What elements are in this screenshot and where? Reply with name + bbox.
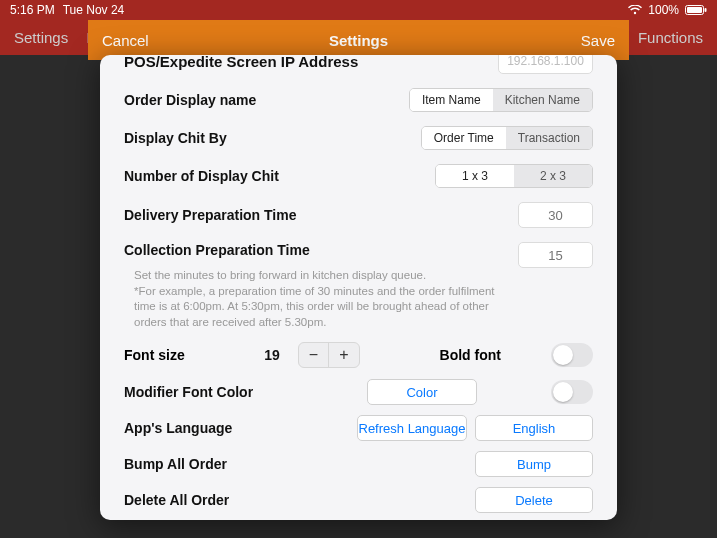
display-chit-by-order-time[interactable]: Order Time bbox=[422, 127, 506, 149]
modifier-color-toggle[interactable] bbox=[551, 380, 593, 404]
status-bar: 5:16 PM Tue Nov 24 100% bbox=[0, 0, 717, 20]
delivery-prep-input[interactable] bbox=[518, 202, 593, 228]
order-display-segment[interactable]: Item Name Kitchen Name bbox=[409, 88, 593, 112]
modal-header: Cancel Settings Save bbox=[88, 20, 629, 60]
order-display-label: Order Display name bbox=[124, 92, 256, 108]
refresh-language-button[interactable]: Refresh Language bbox=[357, 415, 467, 441]
wifi-icon bbox=[628, 5, 642, 15]
delivery-prep-label: Delivery Preparation Time bbox=[124, 207, 296, 223]
collection-prep-label: Collection Preparation Time bbox=[124, 242, 310, 258]
pos-ip-label: POS/Expedite Screen IP Address bbox=[124, 55, 358, 70]
font-size-decrement[interactable]: − bbox=[299, 343, 329, 367]
language-select-button[interactable]: English bbox=[475, 415, 593, 441]
modifier-color-button[interactable]: Color bbox=[367, 379, 477, 405]
svg-rect-1 bbox=[687, 7, 702, 13]
display-chit-by-transaction[interactable]: Transaction bbox=[506, 127, 592, 149]
language-label: App's Language bbox=[124, 420, 232, 436]
battery-icon bbox=[685, 5, 707, 15]
collection-prep-help: Set the minutes to bring forward in kitc… bbox=[124, 268, 514, 336]
settings-sheet: POS/Expedite Screen IP Address 192.168.1… bbox=[100, 55, 617, 520]
pos-ip-input[interactable]: 192.168.1.100 bbox=[498, 55, 593, 74]
screen: 5:16 PM Tue Nov 24 100% Settings Reports… bbox=[0, 0, 717, 538]
font-size-label: Font size bbox=[124, 347, 185, 363]
collection-prep-input[interactable] bbox=[518, 242, 593, 268]
num-display-chit-label: Number of Display Chit bbox=[124, 168, 279, 184]
status-date: Tue Nov 24 bbox=[63, 3, 125, 17]
order-display-kitchen-name[interactable]: Kitchen Name bbox=[493, 89, 592, 111]
modal-title: Settings bbox=[88, 32, 629, 49]
cancel-button[interactable]: Cancel bbox=[102, 32, 149, 49]
delete-all-button[interactable]: Delete bbox=[475, 487, 593, 513]
num-display-chit-2x3[interactable]: 2 x 3 bbox=[514, 165, 592, 187]
bold-font-toggle[interactable] bbox=[551, 343, 593, 367]
display-chit-by-label: Display Chit By bbox=[124, 130, 227, 146]
display-chit-by-segment[interactable]: Order Time Transaction bbox=[421, 126, 593, 150]
status-time: 5:16 PM bbox=[10, 3, 55, 17]
font-size-stepper[interactable]: − + bbox=[298, 342, 360, 368]
battery-percent: 100% bbox=[648, 3, 679, 17]
font-size-increment[interactable]: + bbox=[329, 343, 359, 367]
bold-font-label: Bold font bbox=[440, 347, 501, 363]
font-size-value: 19 bbox=[264, 347, 280, 363]
bump-all-button[interactable]: Bump bbox=[475, 451, 593, 477]
num-display-chit-segment[interactable]: 1 x 3 2 x 3 bbox=[435, 164, 593, 188]
bg-functions-tab[interactable]: Functions bbox=[638, 29, 703, 46]
num-display-chit-1x3[interactable]: 1 x 3 bbox=[436, 165, 514, 187]
delete-all-label: Delete All Order bbox=[124, 492, 229, 508]
svg-rect-2 bbox=[705, 8, 707, 12]
modifier-color-label: Modifier Font Color bbox=[124, 384, 253, 400]
order-display-item-name[interactable]: Item Name bbox=[410, 89, 493, 111]
save-button[interactable]: Save bbox=[581, 32, 615, 49]
bump-all-label: Bump All Order bbox=[124, 456, 227, 472]
bg-settings-tab[interactable]: Settings bbox=[14, 29, 68, 46]
settings-scroll[interactable]: POS/Expedite Screen IP Address 192.168.1… bbox=[100, 55, 617, 520]
